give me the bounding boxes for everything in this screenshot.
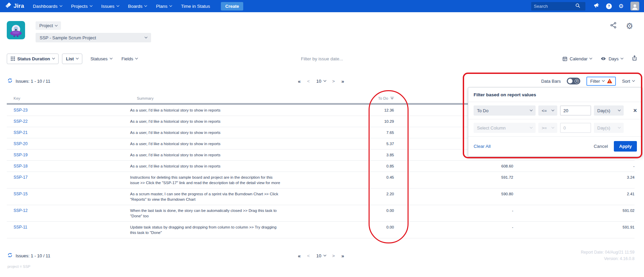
chevron-down-icon [632,79,635,82]
settings-gear-icon[interactable]: ⚙ [626,22,633,30]
export-icon[interactable] [632,55,637,62]
col4-value: 590.80 [394,189,513,205]
todo-value: 10.29 [306,116,394,127]
apply-button[interactable]: Apply [614,141,637,152]
issue-key-link[interactable]: SSP-23 [14,108,27,113]
view-mode-button[interactable]: List [62,54,82,64]
next-page-button[interactable]: > [332,79,335,84]
table-row: SSP-17 Instructions for deleting this sa… [7,172,635,189]
units-dropdown[interactable]: Days [601,56,623,61]
toggle-knob [568,79,573,83]
megaphone-icon[interactable] [594,3,599,10]
filter-column-select[interactable]: Select Column [474,123,536,133]
issue-key-link[interactable]: SSP-15 [14,192,27,196]
chevron-down-icon [618,126,621,128]
issue-date-filter-placeholder[interactable]: Filter by issue date... [301,56,343,61]
fields-dropdown[interactable]: Fields [122,56,138,61]
col5-value: - [513,161,635,172]
nav-item-dashboards[interactable]: Dashboards [33,4,62,9]
todo-value: 12.36 [306,104,394,116]
data-bars-toggle[interactable]: × [567,78,580,84]
refresh-icon[interactable] [7,253,13,259]
issue-key-link[interactable]: SSP-21 [14,130,27,135]
prev-page-button[interactable]: < [307,253,310,258]
issues-count: Issues: 1 - 10 / 11 [7,78,50,84]
col4-value: - [394,205,513,222]
chevron-down-icon [116,4,119,7]
filter-operator-select[interactable]: >= [538,123,557,133]
chevron-down-icon [76,57,79,59]
report-type-button[interactable]: Status Duration [7,54,59,64]
issue-summary: When the last task is done, the story ca… [130,205,306,222]
issue-key-link[interactable]: SSP-17 [14,175,27,180]
refresh-icon[interactable] [7,78,13,84]
clear-all-link[interactable]: Clear All [474,144,491,149]
gear-icon[interactable]: ⚙ [619,3,624,9]
filter-operator-select[interactable]: <= [538,105,557,116]
issue-key-link[interactable]: SSP-18 [14,164,27,169]
column-header-todo[interactable]: To Do [306,94,394,104]
filter-value-input[interactable] [560,123,591,133]
project-scope-button[interactable]: Project [36,21,61,30]
jql-query-label: project = SSP [7,264,30,269]
table-row: SSP-15 As a scrum master, I can see the … [7,189,635,205]
nav-item-projects[interactable]: Projects [71,4,92,9]
nav-icon-group: ? ⚙ [594,2,639,11]
cancel-button[interactable]: Cancel [594,144,608,149]
create-button[interactable]: Create [221,2,243,11]
last-page-button[interactable]: » [341,253,344,259]
page-size-select[interactable]: 10 [316,253,326,258]
nav-item-issues[interactable]: Issues [101,4,119,9]
issue-summary: Instructions for deleting this sample bo… [130,172,306,189]
column-header-key[interactable]: Key [7,94,130,104]
issue-key-link[interactable]: SSP-19 [14,153,27,157]
grid-icon [11,57,15,61]
first-page-button[interactable]: « [298,78,300,84]
issue-key-link[interactable]: SSP-22 [14,119,27,124]
page-size-select[interactable]: 10 [316,79,326,84]
col5-value: 3.24 [513,172,635,189]
todo-value: 3.85 [306,150,394,161]
prev-page-button[interactable]: < [307,79,310,84]
search-box[interactable] [531,2,585,11]
remove-filter-row-icon[interactable]: × [633,107,637,114]
calendar-icon [562,56,567,61]
nav-item-plans[interactable]: Plans [156,4,172,9]
filter-value-input[interactable] [560,105,591,116]
chevron-down-icon [552,108,554,111]
results-header-row: Issues: 1 - 10 / 11 « < 10 > » Data Bars… [7,75,635,87]
filter-unit-select[interactable]: Day(s) [594,123,624,133]
next-page-button[interactable]: > [332,253,335,258]
filter-dropdown-button[interactable]: Filter [586,77,616,86]
help-icon[interactable]: ? [606,3,612,9]
chevron-down-icon [169,4,172,7]
jira-logo-text: Jira [14,3,24,9]
jira-logo[interactable]: Jira [5,2,24,11]
issue-key-link[interactable]: SSP-11 [14,225,27,230]
last-page-button[interactable]: » [341,78,344,84]
user-avatar[interactable] [630,2,639,11]
filter-column-select[interactable]: To Do [474,105,536,116]
issue-summary: As a user, I'd like a historical story t… [130,138,306,150]
share-icon[interactable] [610,22,617,30]
data-bars-label: Data Bars [541,79,561,84]
nav-item-boards[interactable]: Boards [128,4,147,9]
col5-value: 591.91 [513,222,635,238]
chevron-down-icon [552,126,554,128]
issue-key-link[interactable]: SSP-20 [14,141,27,146]
filter-unit-select[interactable]: Day(s) [594,105,624,116]
search-input[interactable] [534,4,575,9]
chevron-down-icon [52,57,55,59]
column-header-summary[interactable]: Summary [130,94,306,104]
report-meta: Report Date: 04/Aug/21 11:59 Version: 4.… [581,249,635,262]
issue-key-link[interactable]: SSP-12 [14,208,27,213]
sort-dropdown[interactable]: Sort [622,79,635,84]
project-select[interactable]: SSP - Sample Scrum Project [36,33,151,42]
calendar-dropdown[interactable]: Calendar [562,56,592,61]
issue-summary: As a user, I'd like a historical story t… [130,161,306,172]
statuses-dropdown[interactable]: Statuses [90,56,112,61]
col5-value: 2.41 [513,189,635,205]
first-page-button[interactable]: « [298,253,300,259]
nav-item-time-in-status[interactable]: Time in Status [181,4,210,9]
search-icon[interactable] [575,3,580,9]
